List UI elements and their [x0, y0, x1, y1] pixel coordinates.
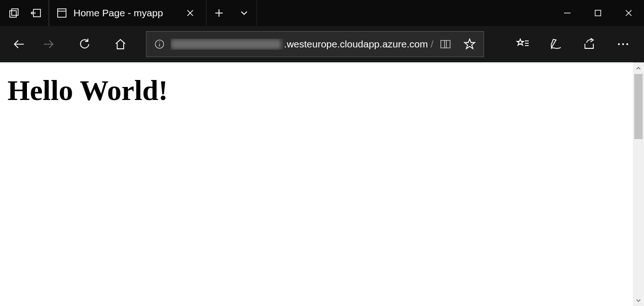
new-tab-button[interactable]	[206, 0, 232, 26]
viewport: Hello World!	[0, 62, 644, 306]
share-button[interactable]	[574, 31, 605, 57]
vertical-scrollbar[interactable]	[633, 62, 644, 306]
address-bar-right-icons	[433, 33, 482, 55]
titlebar-left-system	[0, 0, 49, 26]
url-display[interactable]: xxxxxxxxxxxx .westeurope.cloudapp.azure.…	[171, 39, 433, 50]
forward-button[interactable]	[35, 31, 61, 57]
toolbar: xxxxxxxxxxxx .westeurope.cloudapp.azure.…	[0, 26, 644, 62]
svg-point-26	[622, 43, 624, 45]
refresh-button[interactable]	[71, 31, 98, 57]
titlebar: Home Page - myapp	[0, 0, 644, 26]
back-button[interactable]	[6, 31, 32, 57]
svg-rect-1	[12, 9, 18, 15]
favorites-list-button[interactable]	[507, 31, 538, 57]
window-maximize-button[interactable]	[583, 0, 613, 26]
page-heading: Hello World!	[7, 74, 625, 107]
svg-point-27	[626, 43, 628, 45]
window-close-button[interactable]	[613, 0, 644, 26]
page-icon	[57, 8, 67, 18]
tabs-dropdown-button[interactable]	[232, 0, 257, 26]
page-content: Hello World!	[0, 63, 633, 306]
url-host-visible: .westeurope.cloudapp.azure.com	[284, 39, 428, 50]
scroll-thumb[interactable]	[634, 74, 643, 139]
cascade-windows-icon[interactable]	[8, 0, 20, 26]
tab-title: Home Page - myapp	[73, 7, 163, 19]
home-button[interactable]	[107, 31, 133, 57]
set-aside-tabs-icon[interactable]	[30, 0, 42, 26]
favorite-star-button[interactable]	[458, 33, 482, 55]
svg-point-25	[618, 43, 620, 45]
svg-rect-0	[10, 11, 16, 17]
scroll-up-button[interactable]	[633, 63, 644, 74]
tab-active[interactable]: Home Page - myapp	[49, 0, 206, 26]
svg-rect-3	[58, 9, 66, 17]
site-info-icon[interactable]	[148, 39, 171, 49]
tab-strip: Home Page - myapp	[49, 0, 257, 26]
tab-actions	[206, 0, 257, 26]
svg-point-17	[159, 42, 160, 43]
toolbar-right-tools	[507, 31, 638, 57]
svg-marker-20	[465, 39, 475, 49]
scroll-track[interactable]	[633, 74, 644, 295]
address-bar[interactable]: xxxxxxxxxxxx .westeurope.cloudapp.azure.…	[146, 31, 484, 57]
notes-pen-button[interactable]	[541, 31, 571, 57]
titlebar-drag-region[interactable]	[257, 0, 552, 26]
window-controls	[552, 0, 644, 26]
window-minimize-button[interactable]	[552, 0, 583, 26]
reading-view-button[interactable]	[433, 33, 458, 55]
svg-marker-21	[517, 39, 524, 45]
tab-close-button[interactable]	[184, 7, 197, 20]
scroll-down-button[interactable]	[633, 295, 644, 306]
more-menu-button[interactable]	[608, 31, 638, 57]
svg-rect-10	[595, 10, 601, 16]
url-host-redacted: xxxxxxxxxxxx	[171, 39, 281, 49]
